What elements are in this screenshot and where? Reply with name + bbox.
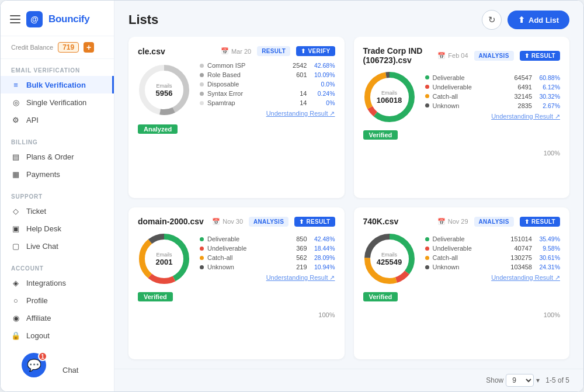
stat-dot	[425, 265, 429, 269]
card-card4: 740K.csv📅 Nov 29ANALYSIS⬆ RESULTEmails42…	[354, 207, 570, 360]
ticket-icon: ◇	[11, 206, 20, 216]
understanding-link-card3[interactable]: Understanding Result ↗	[200, 274, 335, 282]
stat-percent: 28.09%	[311, 254, 335, 261]
sidebar-item-payments[interactable]: ▦Payments	[1, 165, 114, 183]
sidebar-item-label-ticket: Ticket	[26, 207, 46, 216]
stat-row: Role Based 601 10.09%	[200, 71, 335, 78]
hamburger-menu[interactable]	[10, 15, 20, 23]
sidebar-item-helpdesk[interactable]: ▣Help Desk	[1, 220, 114, 237]
stat-label: Undeliverable	[433, 84, 510, 91]
stat-label: Common ISP	[207, 62, 285, 69]
card-body-card1: Emails5956 Common ISP 2542 42.68% Role B…	[138, 62, 335, 117]
stat-row: Unknown 2835 2.67%	[425, 102, 561, 109]
pagination-info: 1-5 of 5	[545, 376, 569, 384]
donut-label-card1: Emails5956	[156, 82, 173, 97]
donut-count-card4: 425549	[377, 257, 402, 266]
donut-label-card3: Emails2001	[156, 251, 173, 266]
card-tag1-card2[interactable]: ANALYSIS	[474, 51, 514, 61]
add-list-button[interactable]: ⬆ Add List	[507, 11, 569, 29]
card-header-card2: Trade Corp IND (106723).csv📅 Feb 04ANALY…	[363, 46, 561, 65]
stat-percent: 42.68%	[311, 62, 335, 69]
sidebar-item-label-plans: Plans & Order	[26, 152, 74, 161]
stat-value: 14	[288, 90, 307, 97]
stat-row: Disposable 0.0%	[200, 81, 335, 88]
result-icon: ⬆	[299, 218, 304, 225]
card-title-card2: Trade Corp IND (106723).csv	[363, 46, 432, 65]
card-tag1-card4[interactable]: ANALYSIS	[474, 217, 514, 227]
stat-row: Common ISP 2542 42.68%	[200, 62, 335, 69]
stat-value: 6491	[513, 84, 532, 91]
sidebar-item-bulk[interactable]: ≡Bulk Verification	[1, 76, 114, 93]
card-tag2-card1[interactable]: ⬆ VERIFY	[296, 46, 335, 56]
understanding-link-card1[interactable]: Understanding Result ↗	[200, 110, 335, 117]
sidebar-item-single[interactable]: ◎Single Verification	[1, 93, 114, 111]
stat-row: Catch-all 32145 30.32%	[425, 93, 561, 100]
stat-value: 14	[288, 99, 307, 106]
chat-button[interactable]: 💬 1	[22, 353, 46, 377]
card-tag1-card1[interactable]: RESULT	[257, 46, 290, 56]
sidebar-item-label-integrations: Integrations	[26, 279, 66, 287]
stat-dot	[200, 101, 204, 105]
credit-balance-bar: Credit Balance 719 +	[1, 36, 114, 59]
calendar-icon: 📅	[437, 52, 446, 60]
sidebar-item-ticket[interactable]: ◇Ticket	[1, 202, 114, 220]
stat-dot	[200, 92, 204, 96]
card-tag2-card4[interactable]: ⬆ RESULT	[520, 217, 560, 227]
cards-grid: cle.csv📅 Mar 20RESULT⬆ VERIFYEmails5956 …	[114, 37, 583, 369]
chat-icon: 💬	[27, 358, 41, 372]
card-tag1-card3[interactable]: ANALYSIS	[249, 217, 288, 227]
card-body-card4: Emails425549 Deliverable 151014 35.49% U…	[363, 233, 561, 285]
calendar-icon: 📅	[437, 218, 446, 226]
sidebar-item-logout[interactable]: 🔒Logout	[1, 327, 114, 344]
credit-add-button[interactable]: +	[84, 42, 94, 53]
sidebar-item-profile[interactable]: ○Profile	[1, 292, 114, 309]
sidebar-item-label-payments: Payments	[26, 170, 60, 179]
donut-el-label-card1: Emails	[156, 82, 173, 88]
card-tag2-card2[interactable]: ⬆ RESULT	[520, 51, 560, 61]
donut-label-card4: Emails425549	[377, 251, 402, 266]
stat-percent: 42.48%	[311, 235, 335, 242]
sidebar-item-api[interactable]: ⚙API	[1, 111, 114, 129]
section-label: ACCOUNT	[1, 263, 114, 274]
stat-label: Deliverable	[207, 235, 285, 242]
api-icon: ⚙	[11, 115, 20, 124]
stat-dot	[200, 82, 204, 86]
progress-pct-label: 100%	[318, 311, 335, 318]
add-list-icon: ⬆	[518, 15, 525, 25]
sidebar-section-email-verification: EMAIL VERIFICATION≡Bulk Verification◎Sin…	[1, 59, 114, 131]
stat-row: Catch-all 130275 30.61%	[425, 254, 561, 261]
stat-label: Catch-all	[433, 254, 507, 261]
chevron-down-icon: ▾	[536, 376, 540, 384]
logo-icon: @	[26, 11, 43, 27]
refresh-button[interactable]: ↻	[482, 10, 502, 30]
stat-dot	[200, 237, 204, 241]
donut-el-label-card3: Emails	[156, 251, 173, 257]
livechat-icon: ▢	[11, 241, 20, 251]
show-select[interactable]: 9 18 27	[506, 374, 534, 387]
understanding-link-card2[interactable]: Understanding Result ↗	[425, 113, 561, 120]
stat-dot	[425, 256, 429, 260]
sidebar-item-affiliate[interactable]: ◉Affiliate	[1, 309, 114, 327]
card-title-card3: domain-2000.csv	[138, 217, 206, 226]
stat-value: 151014	[510, 235, 532, 242]
chat-label: Chat	[62, 366, 78, 374]
stat-row: Spamtrap 14 0%	[200, 99, 335, 106]
stat-percent: 0%	[311, 99, 335, 106]
sidebar-item-plans[interactable]: ▤Plans & Order	[1, 148, 114, 165]
affiliate-icon: ◉	[11, 313, 20, 322]
progress-row-card3: 100%	[138, 304, 335, 318]
card-tag2-card3[interactable]: ⬆ RESULT	[294, 217, 335, 227]
add-list-label: Add List	[529, 16, 559, 25]
stat-row: Catch-all 562 28.09%	[200, 254, 335, 261]
stat-value: 130275	[510, 254, 532, 261]
sidebar-item-integrations[interactable]: ◈Integrations	[1, 274, 114, 292]
sidebar-sections: EMAIL VERIFICATION≡Bulk Verification◎Sin…	[1, 59, 114, 348]
donut-chart-card4: Emails425549	[363, 233, 416, 285]
donut-chart-card2: Emails106018	[363, 71, 416, 123]
sidebar-item-livechat[interactable]: ▢Live Chat	[1, 237, 114, 255]
status-badge-card4: Verified	[363, 292, 398, 301]
stat-dot	[200, 247, 204, 251]
stat-percent: 30.32%	[536, 93, 560, 100]
understanding-link-card4[interactable]: Understanding Result ↗	[425, 274, 561, 282]
calendar-icon: 📅	[212, 218, 220, 226]
